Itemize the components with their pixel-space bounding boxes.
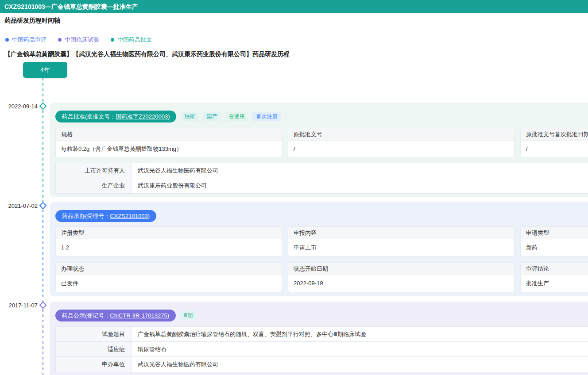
field-box-application-type: 申请类型 新药: [520, 226, 588, 256]
timeline-segment: [43, 78, 43, 103]
table-row: 生产企业 武汉康乐药业股份有限公司: [56, 178, 588, 193]
field-value: 申请上市: [288, 239, 514, 256]
tag-in-use: 在使用: [225, 112, 248, 121]
field-value: 已发件: [56, 275, 282, 292]
field-header: 规格: [56, 128, 282, 141]
legend-item-drug-review: 中国药品审评: [5, 36, 46, 44]
acceptance-number-link[interactable]: CXZS2101003: [110, 213, 147, 219]
legend-dot-teal-icon: [111, 38, 114, 42]
row-label: 适应症: [56, 342, 131, 356]
timeline-segment: [43, 210, 43, 302]
field-box-review-conclusion: 审评结论 批准生产: [520, 262, 588, 292]
legend-label: 中国临床试验: [65, 36, 99, 44]
timeline-diamond-marker: [39, 103, 47, 110]
field-header: 申报内容: [288, 227, 514, 239]
table-row: 上市许可持有人 武汉光谷人福生物医药有限公司: [56, 163, 588, 178]
field-value: /: [288, 141, 514, 157]
event-card-header: 药品承办(受理号：CXZS2101003): [55, 210, 156, 222]
registration-number-link[interactable]: ChiCTR-IIR-17013275: [110, 312, 167, 319]
trial-table: 试验题目 广金钱草总黄酮胶囊治疗输尿管结石的随机、双盲、安慰剂平行对照、多中心Ⅲ…: [55, 326, 588, 372]
pill-text: 药品承办(受理号：: [62, 213, 110, 219]
field-value: 批准生产: [521, 275, 588, 292]
field-box-original-approval-date: 原批准文号首次批准日期 /: [520, 128, 588, 158]
row-label: 试验题目: [56, 327, 131, 341]
row-value: 武汉光谷人福生物医药有限公司: [131, 163, 588, 178]
tag-phase-iii: Ⅲ期: [180, 311, 196, 320]
pill-text: ): [167, 312, 169, 319]
event-card-trial: 药品公示(登记号：ChiCTR-IIR-17013275) Ⅲ期 试验题目 广金…: [50, 302, 588, 375]
timeline-segment: [43, 110, 43, 203]
pill-text: ): [168, 113, 170, 120]
timeline-date: 2021-07-02: [0, 203, 38, 209]
duration-badge: 4年: [23, 62, 67, 78]
field-value: 1.2: [56, 239, 282, 256]
field-value: 每粒装0.2g（含广金钱草总黄酮提取物133mg）: [56, 141, 282, 157]
legend: 中国药品审评 中国临床试验 中国药品批文: [5, 36, 152, 44]
field-box-application-content: 申报内容 申请上市: [288, 226, 514, 256]
timeline-date: 2022-09-14: [0, 103, 38, 110]
page: CXZS2101003—广金钱草总黄酮胶囊—批准生产 药品研发历程时间轴 中国药…: [0, 0, 588, 375]
field-value: /: [521, 141, 588, 157]
field-header: 申请类型: [521, 227, 588, 239]
row-value: 输尿管结石: [131, 342, 588, 356]
row-label: 申办单位: [56, 357, 131, 372]
field-box-registration-type: 注册类型 1.2: [55, 226, 282, 256]
event-card-review: 药品承办(受理号：CXZS2101003) 注册类型 1.2 申报内容 申请上市…: [50, 202, 588, 296]
field-header: 原批准文号首次批准日期: [521, 128, 588, 141]
window-title: CXZS2101003—广金钱草总黄酮胶囊—批准生产: [4, 3, 138, 10]
field-row: 注册类型 1.2 申报内容 申请上市 申请类型 新药: [55, 226, 588, 256]
field-row: 办理状态 已发件 状态开始日期 2022-09-19 审评结论 批准生产: [55, 262, 588, 292]
field-value: 新药: [521, 239, 588, 256]
event-card-header: 药品公示(登记号：ChiCTR-IIR-17013275) Ⅲ期: [55, 310, 196, 321]
field-header: 原批准文号: [288, 128, 514, 141]
tag-domestic: 国产: [203, 112, 220, 121]
tag-exclusive: 独家: [181, 112, 198, 121]
timeline-date: 2017-11-07: [0, 302, 38, 309]
event-card-header: 药品批准(批准文号：国药准字Z20220003) 独家 国产 在使用 首次注册: [55, 111, 281, 122]
event-pill-publication: 药品公示(登记号：ChiCTR-IIR-17013275): [55, 310, 176, 321]
row-label: 上市许可持有人: [56, 163, 131, 178]
timeline-segment: [43, 309, 43, 375]
pill-text: 药品公示(登记号：: [62, 312, 110, 319]
table-row: 适应症 输尿管结石: [56, 342, 588, 357]
field-header: 审评结论: [521, 263, 588, 275]
event-pill-acceptance: 药品承办(受理号：CXZS2101003): [55, 210, 156, 222]
legend-dot-blue-icon: [5, 38, 9, 42]
event-card-approval: 药品批准(批准文号：国药准字Z20220003) 独家 国产 在使用 首次注册 …: [50, 103, 588, 197]
window-title-bar: CXZS2101003—广金钱草总黄酮胶囊—批准生产: [0, 0, 588, 13]
legend-dot-purple-icon: [58, 38, 62, 42]
field-box-handling-status: 办理状态 已发件: [55, 262, 282, 292]
field-box-spec: 规格 每粒装0.2g（含广金钱草总黄酮提取物133mg）: [55, 128, 282, 158]
approval-number-link[interactable]: 国药准字Z20220003: [116, 113, 168, 120]
timeline-diamond-marker: [39, 302, 47, 309]
pill-text: ): [148, 213, 150, 219]
tag-first-registration: 首次注册: [252, 112, 281, 121]
field-header: 注册类型: [56, 227, 282, 239]
field-box-original-number: 原批准文号 /: [288, 128, 514, 158]
legend-item-drug-approval: 中国药品批文: [111, 36, 152, 44]
row-label: 生产企业: [56, 178, 131, 193]
field-box-status-start-date: 状态开始日期 2022-09-19: [288, 262, 514, 292]
row-value: 武汉康乐药业股份有限公司: [131, 178, 588, 193]
drug-history-title: 【广金钱草总黄酮胶囊】【武汉光谷人福生物医药有限公司、武汉康乐药业股份有限公司】…: [4, 50, 290, 58]
legend-item-clinical-trial: 中国临床试验: [58, 36, 99, 44]
field-row: 规格 每粒装0.2g（含广金钱草总黄酮提取物133mg） 原批准文号 / 原批准…: [55, 128, 588, 158]
holder-table: 上市许可持有人 武汉光谷人福生物医药有限公司 生产企业 武汉康乐药业股份有限公司: [55, 163, 588, 194]
legend-label: 中国药品批文: [117, 36, 152, 44]
pill-text: 药品批准(批准文号：: [62, 113, 116, 120]
field-header: 办理状态: [56, 263, 282, 275]
table-row: 试验题目 广金钱草总黄酮胶囊治疗输尿管结石的随机、双盲、安慰剂平行对照、多中心Ⅲ…: [56, 327, 588, 342]
legend-label: 中国药品审评: [12, 36, 46, 44]
field-header: 状态开始日期: [288, 263, 514, 275]
event-pill-approval: 药品批准(批准文号：国药准字Z20220003): [55, 111, 176, 122]
timeline-diamond-marker: [39, 202, 47, 210]
page-section-title: 药品研发历程时间轴: [4, 17, 60, 25]
row-value: 广金钱草总黄酮胶囊治疗输尿管结石的随机、双盲、安慰剂平行对照、多中心Ⅲ期临床试验: [131, 327, 588, 341]
row-value: 武汉光谷人福生物医药有限公司: [131, 357, 588, 372]
table-row: 申办单位 武汉光谷人福生物医药有限公司: [56, 357, 588, 372]
field-value: 2022-09-19: [288, 275, 514, 292]
